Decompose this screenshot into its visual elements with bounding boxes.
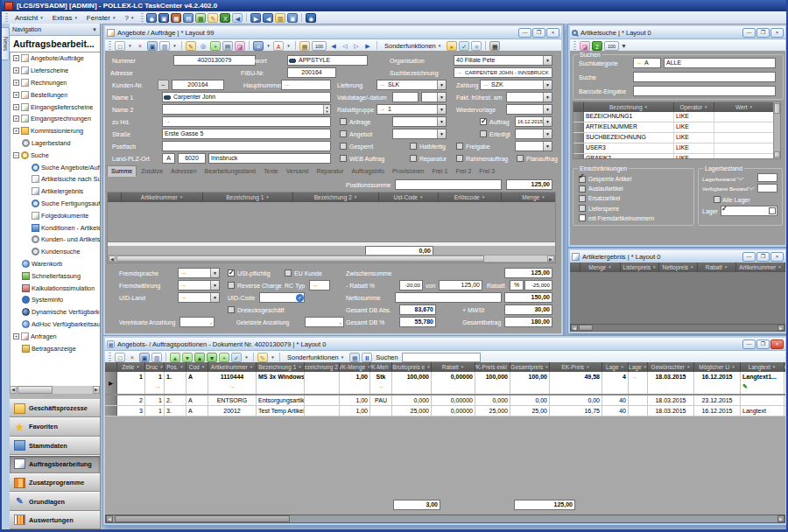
result-grid-body[interactable] [570, 272, 785, 324]
copy-icon[interactable]: ▥ [159, 41, 170, 51]
contacts-icon[interactable]: ▣ [158, 13, 169, 23]
tree-item-artikelergebnis[interactable]: Artikelergebnis [11, 186, 100, 198]
tab-frei-2[interactable]: Frei 2 [452, 166, 475, 177]
tree-item-adhoc-verf-gbarkeitsausk[interactable]: AdHoc Verfügbarkeitsausk [11, 318, 100, 331]
tree-item-kunden-und-artikelsu[interactable]: Kunden- und Artikelsu [11, 234, 100, 246]
dropdown-button[interactable]: ▼ [210, 281, 219, 290]
uid-check-icon[interactable]: ✓ [296, 294, 304, 302]
tree-item-eingangslieferscheine[interactable]: +Eingangslieferscheine [11, 101, 100, 113]
toolbar-grip[interactable] [573, 41, 576, 50]
anfrage-checkbox[interactable] [340, 118, 347, 125]
record-counter[interactable]: 100 [312, 41, 327, 51]
zahlung-select[interactable]: → SZK▼ [480, 80, 552, 90]
window-titlebar[interactable]: ▦ Angebots- / Auftragspositionen - Dokum… [105, 338, 785, 351]
lookup-arrow-icon[interactable]: → [454, 68, 463, 77]
tab-reparatur[interactable]: Reparatur [313, 166, 347, 177]
column-header-listenpreis[interactable]: Listenpreis▼ [621, 262, 659, 272]
down-icon[interactable]: ▼ [182, 353, 193, 362]
dropdown-button[interactable]: ▼ [543, 105, 552, 114]
close-button[interactable]: × [770, 340, 784, 349]
rabattgruppe-select[interactable]: → 1▼ [376, 104, 447, 115]
auftrag-checkbox[interactable] [480, 118, 487, 125]
barcode-input[interactable] [633, 86, 776, 96]
column-header-artikelnummer[interactable]: Artikelnummer▼ [208, 362, 257, 372]
nav-button-gesch-ftsprozesse[interactable]: Geschäftsprozesse [10, 399, 100, 417]
column-header-wert[interactable]: Wert▼ [714, 102, 775, 112]
tab-news[interactable]: News [2, 27, 10, 60]
tree-item-systeminfo[interactable]: Systeminfo [11, 294, 100, 306]
minimize-button[interactable]: — [518, 28, 531, 38]
close-button[interactable]: × [770, 28, 784, 38]
erledigt-select[interactable]: ▼ [515, 129, 552, 139]
nettosumme-field[interactable] [395, 292, 502, 303]
dreiecksgeschaeft-checkbox[interactable] [228, 306, 235, 313]
row-limit-select[interactable]: 100 [604, 41, 619, 51]
insert-icon[interactable]: + [210, 41, 221, 51]
window-titlebar[interactable]: Artikelsuche | * Layout 0 — ❐ × [570, 26, 785, 39]
restore-button[interactable]: ❐ [532, 28, 545, 38]
column-header-menge[interactable]: Menge▼ [502, 192, 555, 202]
copy-icon[interactable]: ▥ [151, 353, 162, 362]
toolbar-grip[interactable] [109, 41, 111, 50]
lookup-arrow-icon[interactable]: → [179, 269, 187, 277]
reverse-charge-checkbox[interactable] [228, 282, 235, 289]
column-header-gesamtpreis[interactable]: Gesamtpreis▼ [510, 362, 550, 372]
close-button[interactable]: × [546, 28, 559, 38]
wand-icon[interactable]: ✎ [257, 353, 268, 362]
criteria-row[interactable]: GRAFIK2LIKE [573, 154, 780, 159]
column-header-ek-preis[interactable]: EK-Preis▼ [550, 362, 602, 372]
lookup-icon[interactable] [289, 59, 296, 63]
column-header-g[interactable]: G▼ [784, 362, 785, 372]
tree-item-kalkulationssimulation[interactable]: Kalkulationssimulation [11, 282, 100, 294]
new-icon[interactable]: □ [115, 41, 125, 51]
column-header-lage[interactable]: Lage▼ [602, 362, 629, 372]
row-selector[interactable] [573, 144, 584, 153]
restore-button[interactable]: ❐ [756, 28, 770, 38]
tab-provisionen[interactable]: Provisionen [389, 166, 428, 177]
tab-texte[interactable]: Texte [260, 166, 282, 177]
case-icon[interactable]: ▦ [171, 13, 181, 23]
dropdown-button[interactable]: ▼ [621, 41, 627, 51]
tree-item-artikelsuche-nach-suc[interactable]: Artikelsuche nach Suc [11, 173, 100, 186]
lager-field[interactable] [721, 206, 777, 216]
tree-item-dynamische-verf-gbarkeit[interactable]: Dynamische Verfügbarkeit [11, 306, 100, 318]
result-hscrollbar[interactable]: ◀▶ [570, 324, 785, 332]
dropdown-button[interactable]: ▼ [543, 56, 552, 65]
eraser-icon[interactable]: ◪ [580, 41, 590, 51]
save-icon[interactable]: ▣ [147, 41, 158, 51]
criteria-row[interactable]: ARTIKELNUMMERLIKE [573, 122, 780, 133]
items-grid-body[interactable] [108, 202, 555, 242]
suche-input[interactable] [633, 72, 776, 82]
column-header-rabatt[interactable]: Rabatt▼ [432, 362, 475, 372]
row-selector[interactable] [105, 406, 117, 416]
window-icon[interactable]: ▤ [183, 13, 193, 23]
rc-typ-field[interactable]: → [309, 280, 330, 290]
nav-button-auftragsbearbeitung[interactable]: Auftragsbearbeitung [10, 455, 100, 473]
uid-land-select[interactable]: →▼ [178, 292, 220, 303]
column-header-gew-nschter[interactable]: Gewünschter▼ [648, 362, 694, 372]
tab-adressen[interactable]: Adressen [167, 166, 201, 177]
eraser-icon[interactable]: ◪ [235, 41, 245, 51]
minimize-button[interactable]: — [742, 28, 756, 38]
lookup-arrow-icon[interactable]: → [179, 281, 187, 290]
row-selector[interactable] [105, 396, 117, 405]
zuhd-field[interactable]: → [162, 116, 331, 127]
column-header-bruttopreis-e[interactable]: Bruttopreis e▼ [392, 362, 432, 372]
lookup-arrow-icon[interactable]: → [179, 293, 187, 302]
toolbar-grip[interactable] [141, 13, 144, 22]
new-icon[interactable]: □ [115, 353, 125, 362]
verfuegbarer-bestand-field[interactable] [757, 184, 777, 192]
tree-item-angebote-auftr-ge[interactable]: +Angebote/Aufträge [11, 52, 100, 65]
tree-item-kundensuche[interactable]: Kundensuche [11, 246, 100, 258]
dd-icon[interactable]: ▼ [285, 41, 292, 51]
name1-field[interactable]: Carpenter John [162, 92, 331, 102]
expand-toggle-icon[interactable]: + [13, 80, 19, 86]
toolbar-grip[interactable] [109, 353, 111, 361]
top-icon[interactable]: ▲ [194, 353, 205, 362]
column-header-vk-menge[interactable]: VK-Menge▼ [340, 362, 370, 372]
lookup-arrow-icon[interactable]: → [377, 80, 386, 89]
expand-toggle-icon[interactable]: + [13, 92, 19, 98]
positionssumme-field[interactable] [395, 179, 502, 190]
insert-icon[interactable]: + [219, 353, 229, 362]
tab-auftragsinfo[interactable]: Auftragsinfo [348, 166, 388, 177]
